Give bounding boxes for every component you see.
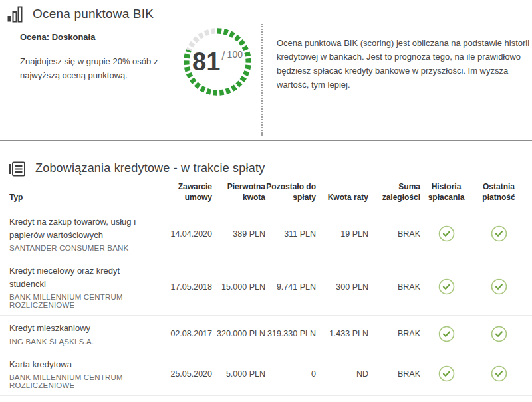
table-row: Kredyt na zakup towarów, usług i papieró… — [0, 209, 532, 258]
original-amount: 15.000 PLN — [212, 282, 265, 292]
installment-amount: ND — [316, 369, 368, 379]
score-summary: Ocena: Doskonała Znajdujesz się w grupie… — [20, 32, 165, 83]
original-amount: 5.000 PLN — [212, 369, 265, 379]
rating-description: Znajdujesz się w grupie 20% osób z najwy… — [20, 55, 165, 83]
col-header-suma-zaleglosci: Suma zaległości — [368, 181, 420, 203]
arrears: BRAK — [368, 282, 420, 292]
col-header-typ: Typ — [9, 192, 156, 203]
liabilities-section-title: Zobowiązania kredytowe - w trakcie spłat… — [35, 161, 265, 175]
table-row: Limit debetowy w ROR BANK MILLENNIUM CEN… — [0, 396, 532, 402]
credit-type: Kredyt mieszkaniowy — [9, 322, 146, 335]
payment-history-status — [420, 326, 472, 342]
arrears: BRAK — [368, 369, 420, 379]
document-list-icon — [8, 159, 26, 177]
section-divider — [0, 140, 532, 146]
score-value: 81 / 100 — [180, 24, 255, 100]
table-row: Karta kredytowa BANK MILLENNIUM CENTRUM … — [0, 352, 532, 397]
contract-date: 25.05.2020 — [156, 369, 212, 379]
table-header-row: Typ Zawarcie umowy Pierwotna kwota Pozos… — [0, 177, 532, 209]
credit-type: Kredyt na zakup towarów, usług i papieró… — [9, 215, 146, 241]
check-icon — [491, 365, 507, 382]
arrears: BRAK — [368, 329, 420, 338]
bank-name: ING BANK ŚLĄSKI S.A. — [9, 338, 146, 346]
col-header-pozostalo-do-splaty: Pozostało do spłaty — [265, 181, 316, 203]
contract-date: 02.08.2017 — [156, 329, 212, 338]
col-header-ostatnia-platnosc: Ostatnia płatność — [472, 181, 525, 203]
liabilities-table: Typ Zawarcie umowy Pierwotna kwota Pozos… — [0, 177, 532, 402]
installment-amount: 19 PLN — [316, 229, 368, 239]
score-max: / 100 — [221, 49, 243, 63]
credit-type: Kredyt niecelowy oraz kredyt studencki — [9, 264, 146, 290]
contract-date: 14.04.2020 — [156, 229, 212, 239]
original-amount: 320.000 PLN — [212, 329, 265, 338]
check-icon — [491, 326, 507, 342]
col-header-historia-splacania: Historia spłacania — [420, 181, 472, 203]
score-explanation: Ocena punktowa BIK (scoring) jest oblicz… — [277, 36, 532, 92]
score-body: Ocena: Doskonała Znajdujesz się w grupie… — [0, 23, 532, 100]
payment-history-status — [420, 365, 472, 382]
rating-label: Ocena: Doskonała — [20, 32, 165, 42]
check-icon — [438, 278, 455, 295]
vertical-dotted-divider — [261, 24, 263, 136]
bank-name: SANTANDER CONSUMER BANK — [9, 244, 146, 252]
arrears: BRAK — [368, 229, 420, 239]
score-section-header: Ocena punktowa BIK — [0, 0, 532, 23]
last-payment-status — [472, 225, 525, 242]
table-row: Kredyt mieszkaniowy ING BANK ŚLĄSKI S.A.… — [0, 316, 532, 352]
score-gauge: 81 / 100 — [180, 24, 255, 100]
bar-chart-icon — [7, 5, 23, 23]
liabilities-section-header: Zobowiązania kredytowe - w trakcie spłat… — [0, 154, 532, 177]
remaining-amount: 319.330 PLN — [265, 329, 316, 338]
check-icon — [438, 225, 455, 242]
original-amount: 389 PLN — [212, 229, 265, 239]
credit-type: Karta kredytowa — [9, 358, 146, 371]
bank-name: BANK MILLENNIUM CENTRUM ROZLICZENIOWE — [9, 373, 146, 389]
col-header-pierwotna-kwota: Pierwotna kwota — [212, 181, 265, 203]
score-number: 81 — [192, 49, 220, 74]
bank-name: BANK MILLENNIUM CENTRUM ROZLICZENIOWE — [9, 293, 146, 309]
installment-amount: 1.433 PLN — [316, 329, 368, 338]
last-payment-status — [472, 326, 525, 342]
remaining-amount: 0 — [265, 369, 316, 379]
remaining-amount: 9.741 PLN — [265, 282, 316, 292]
installment-amount: 300 PLN — [316, 282, 368, 292]
score-section-title: Ocena punktowa BIK — [33, 7, 154, 21]
payment-history-status — [420, 225, 472, 242]
liabilities-section: Zobowiązania kredytowe - w trakcie spłat… — [0, 146, 532, 402]
check-icon — [491, 278, 507, 295]
remaining-amount: 311 PLN — [265, 229, 316, 239]
table-row: Kredyt niecelowy oraz kredyt studencki B… — [0, 258, 532, 316]
check-icon — [438, 326, 455, 342]
col-header-zawarcie-umowy: Zawarcie umowy — [156, 181, 212, 203]
check-icon — [438, 365, 455, 382]
score-explanation-block: Ocena punktowa BIK (scoring) jest oblicz… — [277, 36, 532, 92]
last-payment-status — [472, 365, 525, 382]
score-section: Ocena punktowa BIK Ocena: Doskonała Znaj… — [0, 0, 532, 140]
check-icon — [491, 225, 507, 242]
col-header-kwota-raty: Kwota raty — [316, 192, 368, 203]
contract-date: 17.05.2018 — [156, 282, 212, 292]
payment-history-status — [420, 278, 472, 295]
last-payment-status — [472, 278, 525, 295]
